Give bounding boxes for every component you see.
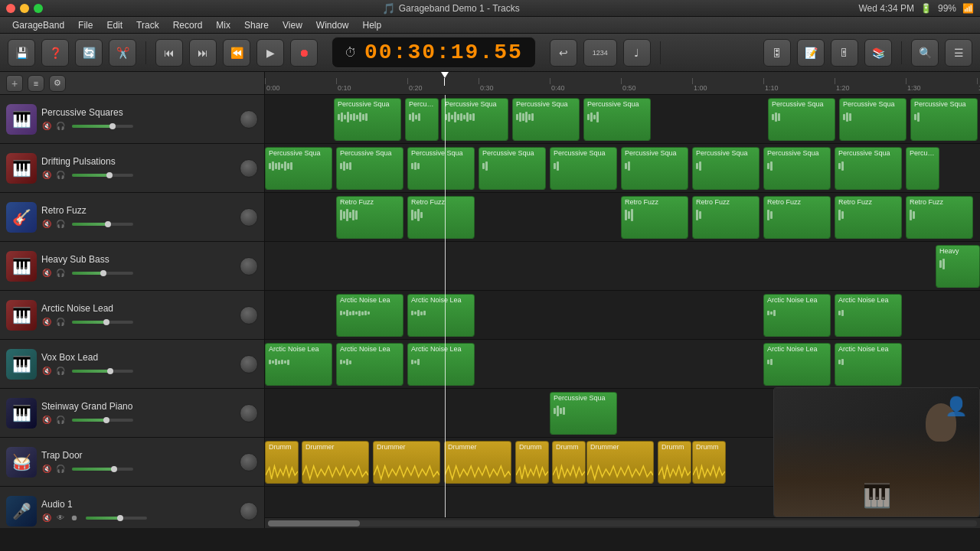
mixer-button[interactable]: 🎚: [831, 39, 858, 67]
clip-drifting-4[interactable]: Percussive Squa: [479, 147, 546, 190]
pan-knob-audio-1[interactable]: [240, 502, 258, 520]
clip-percussive-squares-7[interactable]: Percussive Squa: [839, 98, 906, 141]
record-button[interactable]: ⏺: [290, 39, 318, 67]
clip-drifting-5[interactable]: Percussive Squa: [550, 147, 617, 190]
clip-trap-7[interactable]: Drummer: [586, 441, 654, 484]
clip-arctic-2[interactable]: Arctic Noise Lea: [407, 294, 475, 337]
mute-button-drifting-pulsations[interactable]: 🔇: [41, 170, 52, 181]
menu-mix[interactable]: Mix: [210, 18, 237, 32]
clip-arctic-4[interactable]: Arctic Noise Lea: [835, 294, 902, 337]
track-view-toggle[interactable]: ≡: [28, 75, 44, 92]
pan-knob-trap-door[interactable]: [240, 453, 258, 471]
cycle-button[interactable]: ↩: [550, 39, 577, 67]
clip-drifting-9[interactable]: Percussive Squa: [835, 147, 902, 190]
mute-button-steinway-grand-piano[interactable]: 🔇: [41, 415, 52, 425]
list-button[interactable]: ☰: [945, 39, 972, 67]
menu-track[interactable]: Track: [130, 18, 165, 32]
mute-button-percussive-squares[interactable]: 🔇: [41, 121, 52, 132]
solo-button-heavy-sub-bass[interactable]: 🎧: [55, 268, 66, 279]
clip-retro-fuzz-3[interactable]: Retro Fuzz: [621, 196, 688, 239]
menu-file[interactable]: File: [72, 18, 99, 32]
clip-trap-9[interactable]: Drumm: [692, 441, 726, 484]
track-lane-vox-box-lead[interactable]: Arctic Noise Lea Arctic Noise Lea Arctic…: [265, 340, 980, 389]
library-button[interactable]: 📚: [864, 39, 892, 67]
help-button[interactable]: ❓: [41, 39, 69, 67]
clip-trap-8[interactable]: Drumm: [658, 441, 691, 484]
pan-knob-drifting-pulsations[interactable]: [240, 159, 258, 178]
mute-button-audio-1[interactable]: 🔇: [41, 513, 52, 523]
scrollbar-track[interactable]: [268, 520, 977, 527]
minimize-button[interactable]: [20, 4, 29, 13]
clip-steinway-1[interactable]: Percussive Squa: [550, 392, 617, 435]
clip-trap-6[interactable]: Drumm: [552, 441, 586, 484]
search-button[interactable]: 🔍: [911, 39, 939, 67]
clip-drifting-8[interactable]: Percussive Squa: [763, 147, 831, 190]
solo-button-drifting-pulsations[interactable]: 🎧: [55, 170, 66, 181]
clip-drifting-2[interactable]: Percussive Squa: [336, 147, 403, 190]
scrollbar-area[interactable]: [265, 517, 980, 528]
menu-help[interactable]: Help: [357, 18, 388, 32]
add-track-button[interactable]: +: [6, 75, 23, 92]
clip-vox-5[interactable]: Arctic Noise Lea: [835, 343, 902, 386]
track-lane-arctic-noise-lead[interactable]: Arctic Noise Lea Arctic Noise Lea Arctic…: [265, 291, 980, 340]
volume-slider-drifting-pulsations[interactable]: [72, 174, 133, 177]
fullscreen-button[interactable]: [34, 4, 43, 13]
go-start-button[interactable]: ⏪: [223, 39, 250, 67]
menu-garageband[interactable]: GarageBand: [6, 18, 70, 32]
beats-display[interactable]: 1234: [583, 39, 617, 67]
pan-knob-percussive-squares[interactable]: [240, 110, 258, 129]
track-lane-heavy-sub-bass[interactable]: Heavy: [265, 242, 980, 291]
loop-button[interactable]: 🔄: [75, 39, 103, 67]
scissors-button[interactable]: ✂️: [109, 39, 136, 67]
clip-drifting-6[interactable]: Percussive Squa: [621, 147, 688, 190]
track-lane-percussive-squares[interactable]: Percussive Squa Percussive Squa Percussi…: [265, 95, 980, 144]
track-options-button[interactable]: ⚙: [49, 75, 66, 92]
pan-knob-heavy-sub-bass[interactable]: [240, 257, 258, 276]
editor-button[interactable]: 📝: [797, 39, 825, 67]
clip-drifting-1[interactable]: Percussive Squa: [265, 147, 332, 190]
rewind-button[interactable]: ⏮: [155, 39, 183, 67]
clip-percussive-squares-3[interactable]: Percussive Squa: [441, 98, 508, 141]
menu-view[interactable]: View: [276, 18, 309, 32]
menu-edit[interactable]: Edit: [100, 18, 129, 32]
clip-heavy-sub-bass-1[interactable]: Heavy: [936, 245, 980, 288]
volume-slider-retro-fuzz[interactable]: [72, 223, 133, 226]
solo-button-steinway-grand-piano[interactable]: 🎧: [55, 415, 66, 425]
fast-forward-button[interactable]: ⏭: [189, 39, 217, 67]
clip-trap-4[interactable]: Drummer: [444, 441, 511, 484]
solo-button-trap-door[interactable]: 🎧: [55, 464, 66, 474]
clip-percussive-squares-5[interactable]: Percussive Squa: [583, 98, 651, 141]
volume-slider-heavy-sub-bass[interactable]: [72, 272, 133, 275]
menu-record[interactable]: Record: [167, 18, 209, 32]
solo-button-percussive-squares[interactable]: 🎧: [55, 121, 66, 132]
save-button[interactable]: 💾: [8, 39, 35, 67]
mute-button-trap-door[interactable]: 🔇: [41, 464, 52, 474]
clip-vox-3[interactable]: Arctic Noise Lea: [407, 343, 475, 386]
mute-button-vox-box-lead[interactable]: 🔇: [41, 366, 52, 377]
smart-controls-button[interactable]: 🎛: [763, 39, 791, 67]
close-button[interactable]: [6, 4, 15, 13]
pan-knob-arctic-noise-lead[interactable]: [240, 306, 258, 324]
clip-retro-fuzz-2[interactable]: Retro Fuzz: [407, 196, 475, 239]
clip-retro-fuzz-1[interactable]: Retro Fuzz: [336, 196, 403, 239]
clip-trap-5[interactable]: Drumm: [515, 441, 549, 484]
volume-slider-trap-door[interactable]: [72, 468, 133, 471]
volume-slider-percussive-squares[interactable]: [72, 125, 133, 128]
solo-button-vox-box-lead[interactable]: 🎧: [55, 366, 66, 377]
timeline-ruler[interactable]: 0:00 0:10 0:20 0:30 0:40 0:50: [265, 72, 980, 95]
pan-knob-vox-box-lead[interactable]: [240, 355, 258, 373]
solo-button-retro-fuzz[interactable]: 🎧: [55, 219, 66, 230]
clip-percussive-squares-6[interactable]: Percussive Squa: [768, 98, 835, 141]
clip-trap-1[interactable]: Drumm: [265, 441, 299, 484]
clip-percussive-squares-8[interactable]: Percussive Squa: [910, 98, 978, 141]
clip-vox-1[interactable]: Arctic Noise Lea: [265, 343, 332, 386]
record-arm-audio-1[interactable]: ⏺: [69, 513, 80, 523]
volume-slider-audio-1[interactable]: [86, 517, 147, 520]
clip-arctic-1[interactable]: Arctic Noise Lea: [336, 294, 403, 337]
clip-retro-fuzz-7[interactable]: Retro Fuzz: [906, 196, 973, 239]
volume-slider-arctic-noise-lead[interactable]: [72, 321, 133, 324]
menu-share[interactable]: Share: [238, 18, 275, 32]
mute-button-retro-fuzz[interactable]: 🔇: [41, 219, 52, 230]
clip-retro-fuzz-4[interactable]: Retro Fuzz: [692, 196, 760, 239]
solo-button-arctic-noise-lead[interactable]: 🎧: [55, 317, 66, 328]
